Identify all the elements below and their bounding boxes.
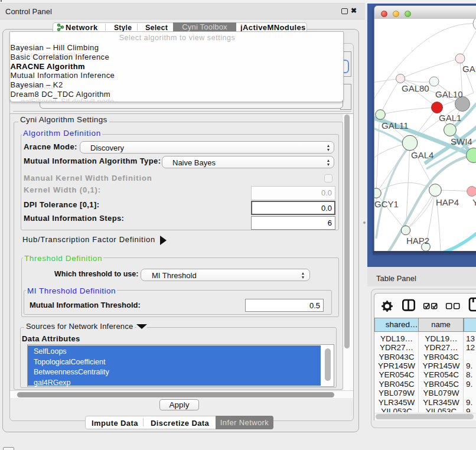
svg-text:GAL11: GAL11 [382,120,409,131]
svg-text:HAP4: HAP4 [436,197,459,207]
svg-text:GAL10: GAL10 [435,89,463,99]
svg-text:Y: Y [472,197,476,207]
svg-text:SWI4: SWI4 [451,136,472,146]
svg-text:HAP2: HAP2 [406,236,429,246]
svg-text:GAL80: GAL80 [402,83,429,93]
svg-text:GAL: GAL [462,64,476,74]
svg-text:GCY1: GCY1 [374,199,399,209]
svg-text:GAL1: GAL1 [439,113,461,123]
svg-text:GAL4: GAL4 [411,150,433,160]
